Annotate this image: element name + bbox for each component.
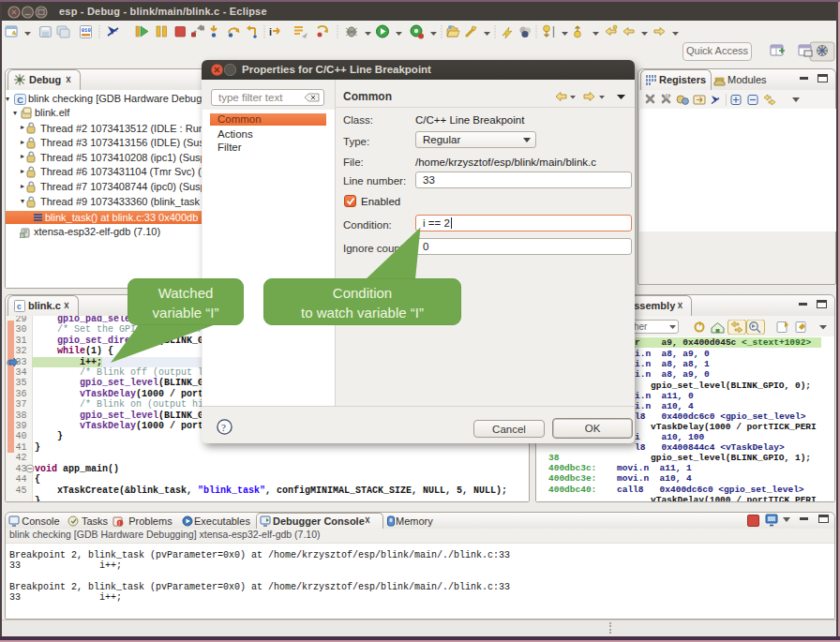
- svg-text:?: ?: [221, 422, 226, 433]
- svg-text:!: !: [119, 520, 121, 527]
- svg-text:c: c: [17, 302, 22, 311]
- svg-text:010: 010: [82, 27, 91, 34]
- svg-text:C: C: [17, 96, 23, 105]
- svg-text:i: i: [269, 26, 272, 37]
